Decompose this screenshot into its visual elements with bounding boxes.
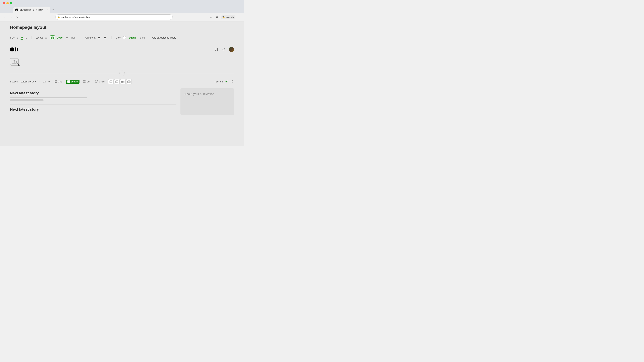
title-layout-icon [45,36,48,39]
view-stream-button[interactable]: Stream [66,80,80,84]
svg-rect-31 [96,80,96,81]
size-m-option[interactable]: M [20,36,24,39]
svg-rect-37 [116,81,117,83]
reload-icon: ↻ [16,15,18,18]
align-left-button[interactable] [97,35,102,40]
layout-logo-button[interactable] [50,35,55,40]
split-view-icon[interactable]: ⧉ [215,15,219,19]
notification-icon[interactable] [221,47,226,52]
color-bold-option[interactable]: Bold [139,36,146,40]
divider-line-right [127,73,234,73]
svg-rect-35 [96,82,97,83]
svg-rect-7 [66,37,67,38]
title-control: Title: on | off [214,80,234,83]
add-section-button[interactable]: + [120,70,125,76]
svg-rect-18 [16,48,18,51]
active-tab[interactable]: M New publication – Medium × [14,7,50,13]
color-picker[interactable] [123,36,126,39]
layout-both-button[interactable] [64,35,69,40]
upload-image-button[interactable] [10,58,19,65]
bookmarks-icon[interactable]: ☆ [209,15,213,19]
tab-favicon: M [16,8,18,11]
size-l-option[interactable]: L [25,36,28,39]
upload-area [10,55,234,69]
about-publication-box: About your publication [180,88,234,115]
layout-title-button[interactable] [44,35,49,40]
count-control: - 10 + [38,80,51,83]
menu-icon[interactable]: ⋮ [237,15,242,19]
list-view-icon [83,80,86,83]
layout-three-col-button[interactable] [120,79,126,84]
svg-rect-29 [83,82,86,82]
title-off-option[interactable]: off [226,80,228,83]
svg-rect-13 [104,37,106,37]
close-button[interactable]: × [3,2,5,4]
header-actions [214,47,234,52]
svg-rect-14 [104,37,106,38]
layout-single-button[interactable] [108,79,114,84]
minimize-button[interactable]: – [6,2,9,4]
logo-layout-icon [51,36,54,39]
svg-rect-21 [56,80,57,81]
svg-rect-39 [122,81,122,83]
four-column-icon [128,80,130,83]
user-avatar[interactable] [229,47,234,52]
navigation-bar: ← → ↻ 🔒 medium.com/new-publication ☆ ⧉ 🕵… [0,13,244,21]
address-bar[interactable]: 🔒 medium.com/new-publication [55,14,173,20]
alignment-group: Alignment [85,35,108,40]
view-list-button[interactable]: List [82,80,92,84]
tab-close-icon[interactable]: × [47,8,48,11]
size-s-option[interactable]: S [16,36,19,39]
count-plus-button[interactable]: + [48,80,51,83]
delete-section-button[interactable] [231,80,234,83]
incognito-badge: 🕵 Incognito [221,15,236,19]
alignment-label: Alignment [85,36,96,39]
layout-four-col-button[interactable] [126,79,132,84]
publication-header [10,45,234,55]
view-grid-button[interactable]: Grid [53,80,64,84]
layout-both-label[interactable]: Both [70,36,77,39]
title-on-option[interactable]: on [220,80,223,83]
back-button[interactable]: ← [3,15,8,19]
stories-list: Next latest story Next latest story [10,88,176,116]
layout-split-button[interactable] [114,79,120,84]
size-group: Size S M L [10,36,28,39]
stream-view-icon [68,80,70,83]
forward-button[interactable]: → [9,15,14,19]
grid-view-icon [55,80,57,83]
camera-icon [12,60,17,64]
bookmark-icon[interactable] [214,47,219,52]
new-tab-button[interactable]: + [51,7,56,12]
incognito-icon: 🕵 [222,16,225,18]
section-type-select[interactable]: Latest stories ▾ [21,80,36,83]
maximize-button[interactable]: □ [10,2,12,4]
svg-rect-24 [68,80,70,81]
lock-icon: 🔒 [58,16,60,18]
svg-rect-42 [128,81,128,83]
view-mixed-button[interactable]: Mixed [94,80,106,84]
color-subtle-option[interactable]: Subtle [128,36,137,40]
align-center-button[interactable] [103,35,108,40]
layout-group: Layout Logo [36,35,77,40]
count-minus-button[interactable]: - [38,80,42,83]
header-preview [10,42,234,69]
svg-rect-4 [45,38,47,38]
about-title: About your publication [184,92,230,96]
svg-rect-10 [98,37,100,37]
count-value: 10 [43,80,46,83]
layout-label: Layout [36,36,43,39]
story-line-2 [10,99,44,101]
svg-rect-30 [83,82,86,83]
divider-2 [81,36,81,39]
browser-chrome: × – □ M New publication – Medium × + [0,0,244,13]
select-chevron-icon: ▾ [35,80,36,83]
size-label: Size [10,36,14,39]
story-line-1 [10,97,87,98]
svg-rect-15 [104,38,106,38]
svg-rect-12 [98,38,100,38]
story-title-1: Next latest story [10,91,176,95]
layout-logo-label[interactable]: Logo [56,36,63,39]
title-label: Title: [214,80,219,83]
add-background-button[interactable]: Add background image [152,36,176,39]
reload-button[interactable]: ↻ [15,15,20,19]
